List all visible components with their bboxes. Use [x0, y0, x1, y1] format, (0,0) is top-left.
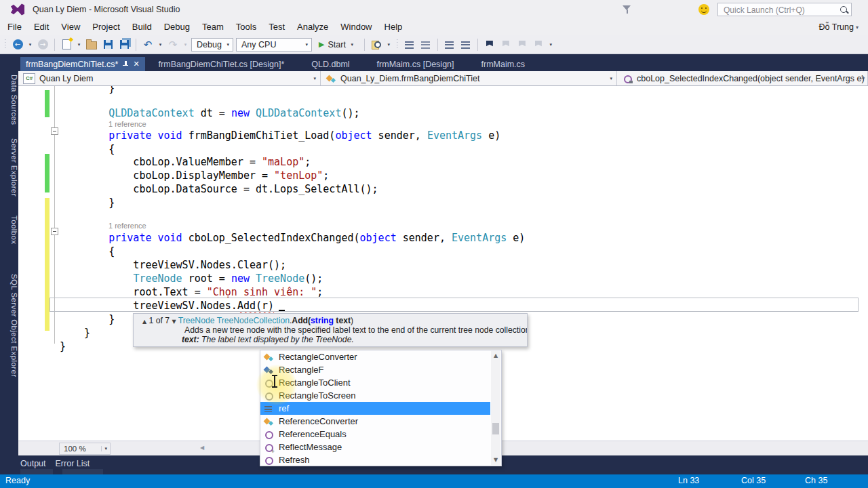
- collapse-toggle[interactable]: [51, 127, 58, 135]
- notifications-filter-icon[interactable]: [623, 5, 631, 14]
- signature-next-icon[interactable]: ▼: [172, 319, 176, 325]
- sidebar-tab-server-explorer[interactable]: Server Explorer: [0, 137, 18, 198]
- start-debugging-button[interactable]: ▶ Start ▾: [315, 37, 359, 52]
- hscroll-left-arrow[interactable]: ◀: [200, 445, 204, 451]
- code-line[interactable]: private void frmBangDiemChiTiet_Load(obj…: [60, 129, 500, 142]
- document-tab[interactable]: frmBangDiemChiTiet.cs*✕: [20, 57, 145, 71]
- completion-item[interactable]: RectangleF: [260, 363, 490, 376]
- menu-window[interactable]: Window: [334, 19, 378, 35]
- toolbar-grip[interactable]: [396, 39, 399, 50]
- toggle-bookmark-button[interactable]: [483, 37, 496, 52]
- code-line[interactable]: QLDDataContext dt = new QLDDataContext()…: [60, 106, 360, 120]
- signed-in-user[interactable]: Đỗ Trung ▾: [819, 19, 859, 35]
- quick-launch-input[interactable]: [722, 4, 833, 16]
- scroll-down-icon[interactable]: ▼: [491, 455, 500, 465]
- previous-bookmark-button[interactable]: [499, 37, 513, 52]
- document-tab[interactable]: frmBangDiemChiTiet.cs [Design]*: [145, 57, 298, 71]
- menu-file[interactable]: File: [1, 19, 28, 35]
- project-dropdown[interactable]: C# Quan Ly Diem ▾: [18, 71, 321, 85]
- completion-item[interactable]: ReferenceEquals: [260, 428, 490, 441]
- completion-item[interactable]: RectangleConverter: [260, 350, 490, 363]
- sync-document-button[interactable]: [419, 37, 433, 52]
- menu-debug[interactable]: Debug: [158, 19, 196, 35]
- new-file-dropdown[interactable]: ▾: [76, 42, 82, 47]
- code-line[interactable]: }: [60, 86, 115, 95]
- panel-tab-error-list[interactable]: Error List: [56, 459, 90, 468]
- navigate-back-dropdown[interactable]: ▾: [27, 42, 33, 47]
- code-line[interactable]: {: [60, 142, 115, 156]
- code-line[interactable]: treeViewSV.Nodes.Clear();: [60, 258, 286, 272]
- sidebar-tab-toolbox[interactable]: Toolbox: [0, 214, 18, 245]
- next-bookmark-button[interactable]: [515, 37, 529, 52]
- menu-analyze[interactable]: Analyze: [291, 19, 334, 35]
- sidebar-tab-data-sources[interactable]: Data Sources: [0, 73, 18, 126]
- menu-team[interactable]: Team: [196, 19, 230, 35]
- code-line[interactable]: cboLop.DisplayMember = "tenLop";: [60, 169, 329, 182]
- code-line[interactable]: cboLop.DataSource = dt.Lops_SelectAll();: [60, 182, 378, 196]
- code-line[interactable]: }: [60, 340, 66, 353]
- save-button[interactable]: [101, 37, 115, 52]
- type-dropdown[interactable]: Quan_Ly_Diem.frmBangDiemChiTiet ▾: [321, 71, 617, 85]
- pin-icon[interactable]: [123, 61, 128, 68]
- code-line[interactable]: }: [60, 326, 90, 340]
- menu-build[interactable]: Build: [126, 19, 158, 35]
- completion-item[interactable]: Refresh: [260, 453, 490, 466]
- find-in-files-button[interactable]: [370, 37, 383, 52]
- document-tab[interactable]: frmMaim.cs: [468, 57, 539, 71]
- clear-bookmarks-button[interactable]: [532, 37, 545, 52]
- signature-line: ▲ 1 of 7 ▼ TreeNode TreeNodeCollection.A…: [142, 316, 527, 325]
- solution-configuration-combo[interactable]: Debug ▾: [191, 38, 233, 52]
- open-file-button[interactable]: [85, 37, 98, 52]
- find-dropdown[interactable]: ▾: [386, 42, 392, 47]
- increase-indent-button[interactable]: [459, 37, 473, 52]
- code-line[interactable]: private void cboLop_SelectedIndexChanged…: [60, 231, 525, 245]
- completion-item[interactable]: ref: [260, 402, 490, 415]
- panel-tab-output[interactable]: Output: [20, 459, 46, 468]
- menu-test[interactable]: Test: [262, 19, 291, 35]
- document-tab[interactable]: frmMaim.cs [Design]: [363, 57, 468, 71]
- codelens-reference[interactable]: 1 reference: [108, 220, 146, 231]
- save-all-button[interactable]: [117, 37, 131, 52]
- code-line[interactable]: root.Text = "Chọn sinh viên: ";: [60, 285, 323, 299]
- signature-prev-icon[interactable]: ▲: [142, 319, 146, 325]
- member-dropdown[interactable]: cboLop_SelectedIndexChanged(object sende…: [617, 71, 868, 85]
- solution-platform-combo[interactable]: Any CPU ▾: [236, 38, 312, 52]
- redo-dropdown[interactable]: ▾: [182, 42, 189, 47]
- quick-launch-box[interactable]: [717, 3, 852, 16]
- menu-edit[interactable]: Edit: [28, 19, 55, 35]
- scroll-up-icon[interactable]: ▲: [491, 351, 500, 361]
- code-line[interactable]: {: [60, 245, 115, 258]
- completion-item[interactable]: ReferenceConverter: [260, 415, 490, 428]
- zoom-level-combo[interactable]: 100 % ▾: [59, 443, 111, 455]
- menu-project[interactable]: Project: [86, 19, 125, 35]
- completion-item[interactable]: ReflectMessage: [260, 441, 490, 453]
- redo-button[interactable]: ↷: [166, 37, 180, 52]
- navigate-forward-button[interactable]: →: [36, 37, 50, 52]
- decrease-indent-button[interactable]: [443, 37, 456, 52]
- code-line[interactable]: }: [60, 312, 115, 326]
- code-line[interactable]: treeViewSV.Nodes.Add(r): [60, 299, 274, 312]
- code-line[interactable]: TreeNode root = new TreeNode();: [60, 272, 323, 285]
- navigate-back-button[interactable]: ←: [11, 37, 24, 52]
- document-tab-label: frmBangDiemChiTiet.cs [Design]*: [159, 60, 285, 69]
- menu-tools[interactable]: Tools: [230, 19, 262, 35]
- undo-button[interactable]: ↶: [141, 37, 155, 52]
- new-file-button[interactable]: [60, 37, 73, 52]
- menu-help[interactable]: Help: [378, 19, 409, 35]
- navbar-overflow-chevron[interactable]: »: [861, 73, 865, 82]
- close-icon[interactable]: ✕: [133, 60, 139, 68]
- save-file-as-button[interactable]: [403, 37, 416, 52]
- collapse-toggle[interactable]: [51, 228, 58, 235]
- undo-dropdown[interactable]: ▾: [157, 42, 163, 47]
- completion-scrollbar[interactable]: ▲ ▼: [491, 351, 500, 465]
- feedback-smiley-icon[interactable]: [698, 4, 709, 15]
- scrollbar-thumb[interactable]: [492, 423, 499, 434]
- sidebar-tab-sql-server-object-explorer[interactable]: SQL Server Object Explorer: [0, 272, 18, 379]
- toolbar-grip[interactable]: [4, 39, 7, 50]
- codelens-reference[interactable]: 1 reference: [108, 119, 146, 129]
- code-line[interactable]: }: [60, 196, 115, 209]
- toolbar-overflow[interactable]: ▾: [548, 42, 554, 47]
- document-tab[interactable]: QLD.dbml: [298, 57, 363, 71]
- code-line[interactable]: cboLop.ValueMember = "maLop";: [60, 155, 311, 169]
- menu-view[interactable]: View: [55, 19, 86, 35]
